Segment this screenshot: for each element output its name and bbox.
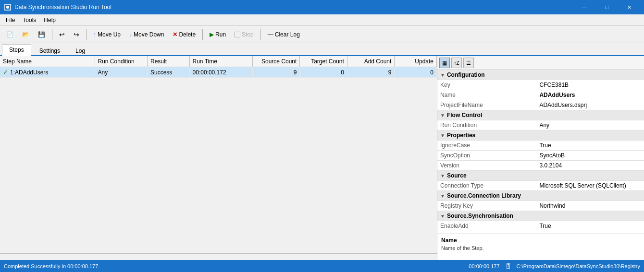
steps-table: Step Name Run Condition Result Run Time … (0, 56, 437, 78)
col-step-name: Step Name (0, 56, 95, 67)
properties-panel: ▦ ↑Z ☰ ▼Configuration Key CFCE381B Name … (437, 56, 644, 260)
statusbar-path: C:\ProgramData\Simego\DataSyncStudio30\R… (517, 263, 640, 269)
tabbar: Steps Settings Log (0, 43, 644, 56)
statusbar-db-icon: 🗄 (506, 263, 511, 269)
statusbar-right: 00:00:00.177 🗄 C:\ProgramData\Simego\Dat… (469, 263, 640, 269)
description-panel: Name Name of the Step. (437, 234, 644, 260)
tab-settings[interactable]: Settings (32, 45, 67, 56)
section-toggle-icon: ▼ (440, 173, 445, 178)
maximize-button[interactable]: □ (596, 0, 618, 14)
prop-key: Registry Key (437, 201, 536, 211)
step-icon-container: ✓ 1:ADAddUsers (3, 69, 48, 76)
refresh-fwd-icon: ↪ (74, 31, 79, 38)
prop-value: Microsoft SQL Server (SQLClient) (536, 181, 644, 191)
section-toggle-icon: ▼ (440, 133, 445, 138)
props-section-header[interactable]: ▼Source.Synchronisation (437, 211, 644, 221)
col-target-count: Target Count (300, 56, 347, 67)
props-list-button[interactable]: ☰ (463, 58, 474, 68)
new-icon: 📄 (6, 31, 13, 38)
prop-value: SyncAtoB (536, 151, 644, 161)
props-row[interactable]: Version 3.0.2104 (437, 161, 644, 171)
props-row[interactable]: Connection Type Microsoft SQL Server (SQ… (437, 181, 644, 191)
refresh-back-icon: ↩ (59, 31, 65, 38)
horizontal-scrollbar[interactable] (0, 253, 437, 260)
move-up-icon: ↑ (93, 31, 96, 38)
app-icon (4, 3, 12, 11)
save-icon: 💾 (38, 31, 45, 38)
desc-text: Name of the Step. (441, 245, 640, 251)
menu-help[interactable]: Help (40, 16, 60, 24)
open-button[interactable]: 📂 (19, 28, 33, 41)
tab-log[interactable]: Log (68, 45, 92, 56)
close-button[interactable]: ✕ (619, 0, 640, 14)
app-title: Data Synchronisation Studio Run Tool (14, 4, 573, 11)
cell-run-condition: Any (95, 67, 147, 78)
save-button[interactable]: 💾 (35, 28, 49, 41)
props-sort-button[interactable]: ↑Z (451, 58, 462, 68)
props-row[interactable]: Key CFCE381B (437, 80, 644, 90)
props-row[interactable]: ProjectFileName ADAddUsers.dsprj (437, 100, 644, 110)
props-list-icon: ☰ (466, 60, 471, 66)
move-down-icon: ↓ (129, 31, 132, 38)
props-section-header[interactable]: ▼Source (437, 171, 644, 181)
prop-key: IgnoreCase (437, 141, 536, 151)
section-toggle-icon: ▼ (440, 113, 445, 118)
step-check-icon: ✓ (3, 69, 8, 76)
tab-steps[interactable]: Steps (2, 44, 31, 56)
section-toggle-icon: ▼ (440, 213, 445, 219)
props-grid-button[interactable]: ▦ (439, 58, 450, 68)
move-up-label: Move Up (98, 31, 121, 38)
props-row[interactable]: Registry Key Northwind (437, 201, 644, 211)
move-down-button[interactable]: ↓ Move Down (126, 28, 167, 41)
section-toggle-icon: ▼ (440, 193, 445, 199)
props-scroll[interactable]: ▼Configuration Key CFCE381B Name ADAddUs… (437, 70, 644, 234)
statusbar-time: 00:00:00.177 (469, 263, 499, 269)
props-row[interactable]: EnableAdd True (437, 221, 644, 231)
props-section-header[interactable]: ▼Configuration (437, 70, 644, 80)
new-button[interactable]: 📄 (3, 28, 17, 41)
props-section-header[interactable]: ▼Source.Connection Library (437, 191, 644, 201)
run-button[interactable]: ▶ Run (206, 28, 229, 41)
statusbar-message: Completed Successfully in 00:00:00.177. (4, 263, 459, 269)
run-label: Run (215, 31, 226, 38)
delete-label: Delete (179, 31, 196, 38)
col-run-condition: Run Condition (95, 56, 147, 67)
refresh-back-button[interactable]: ↩ (56, 28, 68, 41)
props-section-header[interactable]: ▼Properties (437, 130, 644, 141)
props-row[interactable]: Run Condition Any (437, 120, 644, 130)
delete-button[interactable]: ✕ Delete (169, 28, 199, 41)
prop-key: Run Condition (437, 120, 536, 130)
sep4 (260, 29, 261, 40)
toolbar: 📄 📂 💾 ↩ ↪ ↑ Move Up ↓ Move Down ✕ Delete… (0, 26, 644, 43)
clear-log-label: Clear Log (275, 31, 300, 38)
props-section-header[interactable]: ▼Flow Control (437, 110, 644, 120)
cell-target-count: 0 (300, 67, 347, 78)
prop-key: Connection Type (437, 181, 536, 191)
window-controls: — □ ✕ (573, 0, 640, 14)
table-header: Step Name Run Condition Result Run Time … (0, 56, 437, 67)
menu-tools[interactable]: Tools (19, 16, 40, 24)
stop-button[interactable]: Stop (231, 28, 257, 41)
table-row[interactable]: ✓ 1:ADAddUsers Any Success 00:00:00.172 … (0, 67, 437, 78)
col-source-count: Source Count (252, 56, 300, 67)
menubar: File Tools Help (0, 14, 644, 26)
menu-file[interactable]: File (2, 16, 19, 24)
cell-add-count: 9 (347, 67, 395, 78)
clear-log-button[interactable]: — Clear Log (264, 28, 303, 41)
sep3 (202, 29, 203, 40)
col-update: Update (395, 56, 437, 67)
refresh-fwd-button[interactable]: ↪ (70, 28, 83, 41)
minimize-button[interactable]: — (573, 0, 595, 14)
props-sort-icon: ↑Z (454, 60, 459, 66)
steps-table-scroll[interactable]: Step Name Run Condition Result Run Time … (0, 56, 437, 253)
prop-key: SyncOption (437, 151, 536, 161)
section-toggle-icon: ▼ (440, 72, 445, 78)
prop-value: True (536, 221, 644, 231)
cell-update: 0 (395, 67, 437, 78)
move-up-button[interactable]: ↑ Move Up (90, 28, 124, 41)
props-row[interactable]: Name ADAddUsers (437, 90, 644, 100)
move-down-label: Move Down (134, 31, 164, 38)
cell-step-name: ✓ 1:ADAddUsers (0, 67, 95, 78)
props-row[interactable]: SyncOption SyncAtoB (437, 151, 644, 161)
props-row[interactable]: IgnoreCase True (437, 141, 644, 151)
